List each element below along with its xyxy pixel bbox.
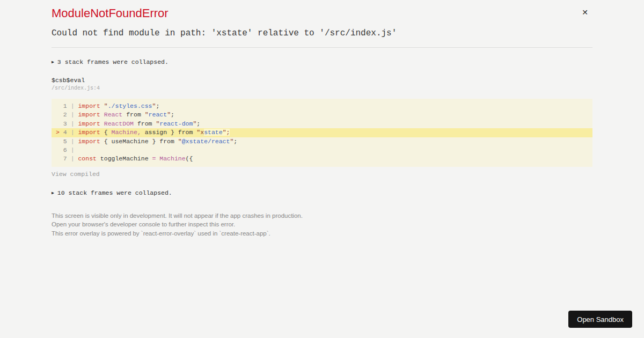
- stack-collapsed-bottom[interactable]: ▶10 stack frames were collapsed.: [52, 189, 592, 196]
- footer-notes: This screen is visible only in developme…: [52, 211, 592, 238]
- expand-triangle-icon: ▶: [52, 58, 54, 65]
- close-icon: ✕: [582, 8, 588, 17]
- code-line: 1 | import "./styles.css";: [52, 102, 592, 111]
- error-overlay: ModuleNotFoundError ✕ Could not find mod…: [52, 0, 592, 238]
- code-line: 7 | const toggleMachine = Machine({: [52, 155, 592, 163]
- code-line: > 4 | import { Machine, assign } from "x…: [52, 128, 592, 137]
- footer-note: This screen is visible only in developme…: [52, 211, 592, 221]
- stack-collapsed-top-label: 3 stack frames were collapsed.: [57, 58, 169, 65]
- divider: [52, 47, 592, 48]
- code-line: 2 | import React from "react";: [52, 111, 592, 119]
- open-sandbox-label: Open Sandbox: [577, 315, 624, 324]
- stack-collapsed-top[interactable]: ▶3 stack frames were collapsed.: [52, 58, 592, 65]
- view-compiled-link[interactable]: View compiled: [52, 171, 100, 178]
- error-title: ModuleNotFoundError: [52, 8, 592, 19]
- code-line: 3 | import ReactDOM from "react-dom";: [52, 120, 592, 128]
- code-frame: 1 | import "./styles.css"; 2 | import Re…: [52, 99, 592, 167]
- open-sandbox-button[interactable]: Open Sandbox: [568, 311, 632, 328]
- footer-note: Open your browser's developer console to…: [52, 220, 592, 229]
- code-line: 5 | import { useMachine } from "@xstate/…: [52, 137, 592, 146]
- close-button[interactable]: ✕: [582, 9, 588, 16]
- expand-triangle-icon: ▶: [52, 189, 54, 196]
- frame-location: /src/index.js:4: [52, 85, 592, 92]
- code-line: 6 |: [52, 146, 592, 155]
- footer-note: This error overlay is powered by `react-…: [52, 229, 592, 238]
- error-message: Could not find module in path: 'xstate' …: [52, 29, 592, 38]
- frame-function: $csb$eval: [52, 77, 592, 84]
- stack-collapsed-bottom-label: 10 stack frames were collapsed.: [57, 189, 172, 196]
